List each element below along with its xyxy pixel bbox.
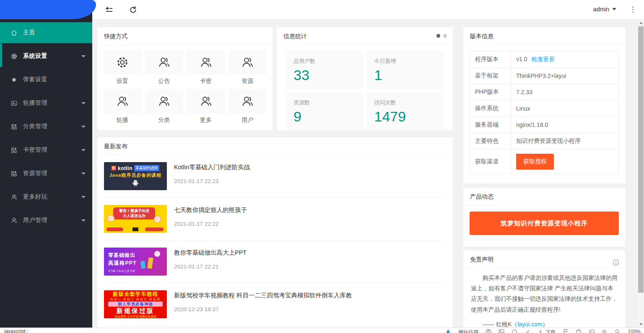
user-icon <box>10 217 18 224</box>
sidebar-item-7[interactable]: 资源管理 <box>0 163 92 184</box>
quick-tile-5[interactable]: 轮播 <box>103 89 142 124</box>
product-news-title: 产品动态 <box>463 188 625 205</box>
quick-tile-label: 设置 <box>103 77 142 85</box>
quick-tile-6[interactable]: 分类 <box>145 89 184 124</box>
post-thumbnail: Kkotlin零基础到进阶Java程序员必备的课程 <box>104 162 167 190</box>
version-row-label: 程序版本 <box>470 52 511 68</box>
quick-tile-label: 用户 <box>229 116 267 124</box>
post-thumbnail: 零基础做出高逼格PPT2门课 小白马上变大神 <box>104 248 167 276</box>
sidebar-toggle-icon[interactable] <box>589 329 595 333</box>
sidebar-item-5[interactable]: 分类管理 <box>0 116 92 137</box>
version-row-value: v1.0检查更新 <box>511 52 619 68</box>
quick-tile-1[interactable]: 设置 <box>103 50 142 85</box>
post-thumbnail: 警告！熊孩子出没大人该怎么办 <box>104 205 167 233</box>
chevron-down-icon <box>81 196 86 198</box>
version-row: 程序版本v1.0检查更新 <box>470 52 619 68</box>
carousel-dot-1[interactable] <box>436 34 440 38</box>
chevron-down-icon <box>81 126 86 128</box>
carousel-dot-2[interactable] <box>443 34 447 38</box>
speaker-icon[interactable] <box>602 329 608 333</box>
girl-face <box>107 215 114 222</box>
quick-tile-label: 更多 <box>187 116 225 124</box>
logo-blob <box>0 0 96 19</box>
version-row: 服务器端nginx/1.18.0 <box>470 117 619 133</box>
sidebar-item-4[interactable]: 轮播管理 <box>0 93 92 114</box>
circle-icon <box>10 76 18 83</box>
quick-tile-8[interactable]: 用户 <box>229 89 267 124</box>
picture-icon[interactable] <box>499 329 504 333</box>
scroll-down-arrow[interactable] <box>638 321 644 328</box>
sidebar-item-2[interactable]: 系统设置 <box>0 46 92 67</box>
boy-face <box>154 216 161 223</box>
kebab-menu-icon[interactable]: ⋮ <box>629 5 636 15</box>
check-update-link[interactable]: 检查更新 <box>531 56 555 62</box>
gear-icon <box>10 53 18 60</box>
zoom-level[interactable]: 100% <box>628 329 641 333</box>
post-item-3[interactable]: 零基础做出高逼格PPT2门课 小白马上变大神教你零基础做出高大上PPT2021-… <box>104 240 446 283</box>
post-item-4[interactable]: 新版全套学车教程科目一 科目二 科目三 科目四新人学员必备神器新规保过版全国通用… <box>104 283 446 326</box>
disclaimer-text: 购买本产品的客户请勿涉黄或其他违反国家法律的用途上，如有客户不遵守国家法律 产生… <box>471 273 618 315</box>
user-icon <box>229 89 267 114</box>
site-credit-button[interactable]: 网站信用 <box>458 329 478 333</box>
grid-icon <box>10 123 18 130</box>
quick-actions-grid: 设置公告卡密资源轮播分类更多用户 <box>97 45 273 129</box>
product-banner[interactable]: 筑梦知识付费资源变现小程序 <box>470 212 619 235</box>
post-title: 新版驾校学车视频教程 科目一二三四驾考宝典模拟软件倒车入库教 <box>174 292 352 299</box>
quick-tile-2[interactable]: 公告 <box>145 50 184 85</box>
quick-tile-label: 轮播 <box>103 116 142 124</box>
version-row-value: Linux <box>511 101 619 117</box>
version-row-label: 基于框架 <box>470 68 511 84</box>
collapse-menu-icon[interactable] <box>105 5 114 14</box>
sidebar-item-label: 轮播管理 <box>23 99 47 107</box>
sidebar-item-6[interactable]: 卡密管理 <box>0 139 92 160</box>
stats-header: 信息统计 <box>277 27 453 45</box>
zoom-search-icon[interactable] <box>615 329 621 333</box>
quick-tile-7[interactable]: 更多 <box>187 89 225 124</box>
quick-actions-title: 快捷方式 <box>97 27 273 45</box>
sidebar: 主页系统设置弹窗设置轮播管理分类管理卡密管理资源管理更多好玩用户管理 <box>0 0 92 328</box>
sidebar-item-label: 卡密管理 <box>23 146 47 154</box>
disclaimer-header: 免责声明 <box>463 250 625 268</box>
latest-posts-card: 最新发布 Kkotlin零基础到进阶Java程序员必备的课程Kotlin零基础入… <box>97 137 453 333</box>
stat-box-4: 访问次数1479 <box>367 93 444 130</box>
network-icon[interactable] <box>576 329 582 333</box>
grid-icon <box>10 147 18 154</box>
sidebar-item-3[interactable]: 弹窗设置 <box>0 69 92 90</box>
page-scrollbar[interactable] <box>638 20 644 328</box>
get-license-button[interactable]: 获取授权 <box>516 154 554 170</box>
edit-icon[interactable] <box>525 329 530 333</box>
home-icon <box>10 29 18 36</box>
stat-label: 访问次数 <box>374 99 436 106</box>
scrollbar-thumb[interactable] <box>638 26 644 293</box>
sidebar-item-1[interactable]: 主页 <box>0 22 92 43</box>
download-label: 下载 <box>545 329 556 333</box>
user-menu[interactable]: admin <box>593 6 616 13</box>
post-item-2[interactable]: 警告！熊孩子出没大人该怎么办七天教你搞定烦人的熊孩子2021-01-17 22:… <box>104 198 446 240</box>
version-row-label: 操作系统 <box>470 101 511 117</box>
version-row-label: 服务器端 <box>470 117 511 133</box>
sidebar-menu: 主页系统设置弹窗设置轮播管理分类管理卡密管理资源管理更多好玩用户管理 <box>0 22 92 233</box>
speed-icon[interactable] <box>512 329 517 333</box>
scroll-up-arrow[interactable] <box>638 20 644 26</box>
stat-label: 今日新增 <box>374 57 436 65</box>
latest-posts-list: Kkotlin零基础到进阶Java程序员必备的课程Kotlin零基础入门到进阶实… <box>97 155 453 326</box>
flag-icon[interactable] <box>563 329 569 333</box>
product-news-card: 产品动态 筑梦知识付费资源变现小程序 <box>463 188 625 247</box>
quick-tile-3[interactable]: 卡密 <box>187 50 225 85</box>
layui-link[interactable]: layui.com <box>517 321 542 328</box>
download-button[interactable]: 下载 <box>538 329 556 333</box>
quick-actions-card: 快捷方式 设置公告卡密资源轮播分类更多用户 <box>97 27 273 130</box>
version-value: 7.2.33 <box>516 89 532 96</box>
post-item-1[interactable]: Kkotlin零基础到进阶Java程序员必备的课程Kotlin零基础入门到进阶实… <box>104 155 446 198</box>
quick-tile-4[interactable]: 资源 <box>229 50 267 85</box>
sidebar-item-label: 分类管理 <box>23 123 47 130</box>
screenshot-icon[interactable] <box>486 329 491 333</box>
sidebar-item-9[interactable]: 用户管理 <box>0 210 92 231</box>
stat-label: 总用户数 <box>293 57 356 65</box>
quick-tile-label: 分类 <box>145 116 184 124</box>
version-row-value: ThinkPHP3.2+layui <box>511 68 619 84</box>
info-icon[interactable] <box>612 256 620 263</box>
refresh-icon[interactable] <box>129 5 138 14</box>
sidebar-item-8[interactable]: 更多好玩 <box>0 186 92 207</box>
stat-value: 33 <box>293 67 356 83</box>
